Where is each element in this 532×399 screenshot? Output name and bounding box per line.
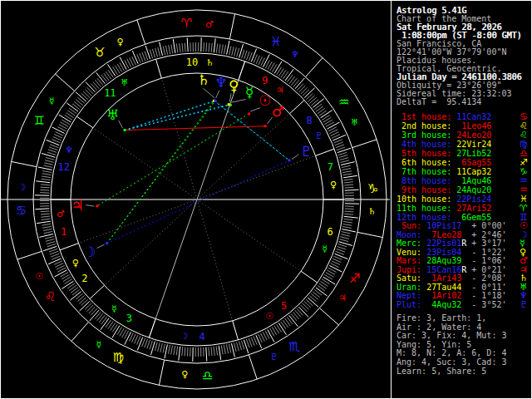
planet-pointer-saturn xyxy=(203,88,214,98)
degree-tick xyxy=(145,339,148,347)
sign-glyph-capricorn-icon: ♑ xyxy=(367,181,378,196)
degree-tick xyxy=(42,179,51,180)
degree-tick xyxy=(176,347,178,356)
house-ring-divider xyxy=(301,271,318,283)
aspect-opposition-moon-pluto xyxy=(107,160,289,244)
aspect-sextile-uranus-neptune xyxy=(125,101,215,131)
degree-tick xyxy=(160,42,163,56)
degree-tick xyxy=(163,344,165,353)
planet-pointer-moon xyxy=(97,244,105,248)
degree-tick xyxy=(81,93,88,100)
degree-tick xyxy=(211,43,212,52)
degree-tick xyxy=(244,51,248,59)
house-cusp-value: 24Aqu20 xyxy=(456,185,491,195)
house-ring-divider xyxy=(149,319,155,338)
planet-row: Nept: 1Ari02 - 1°18'♆ xyxy=(397,292,506,300)
degree-tick xyxy=(101,75,107,82)
aspect-trine-sun-jupiter xyxy=(97,114,249,206)
degree-tick xyxy=(179,347,180,361)
degree-tick xyxy=(224,345,225,354)
house-ring-divider xyxy=(290,100,305,113)
degree-tick xyxy=(239,342,242,351)
house-cusp-line-4 xyxy=(149,200,197,337)
stat-line-text: Car: 3, Fix: 4, Mut: 3 xyxy=(397,331,506,340)
degree-tick xyxy=(336,251,344,254)
house-ring-divider xyxy=(76,116,93,128)
planet-velocity: + 3°17' xyxy=(466,239,506,248)
sign-glyph-scorpio-icon: ♏ xyxy=(288,339,300,354)
house-number-1: 1 xyxy=(61,226,66,238)
planet-velocity: - 3°52' xyxy=(466,300,506,309)
degree-tick xyxy=(337,249,345,253)
degree-tick xyxy=(38,167,52,170)
degree-tick xyxy=(45,160,54,163)
degree-tick xyxy=(246,339,249,347)
planet-label: Mars: xyxy=(397,256,426,265)
house-cusp-line-8 xyxy=(197,149,334,200)
degree-tick xyxy=(237,342,239,352)
degree-tick xyxy=(323,277,336,284)
degree-tick xyxy=(311,293,318,299)
planet-velocity: - 1°18' xyxy=(466,291,506,300)
degree-tick xyxy=(83,91,90,98)
degree-tick xyxy=(211,347,212,356)
degree-tick xyxy=(41,211,50,212)
degree-tick xyxy=(249,338,252,347)
planet-pointer-mercury xyxy=(231,100,245,103)
degree-tick xyxy=(165,344,167,358)
degree-tick xyxy=(182,43,183,52)
house-cusp-value: 22Vir24 xyxy=(456,140,491,149)
house-number-2: 2 xyxy=(81,273,87,284)
degree-tick xyxy=(97,313,103,321)
degree-tick xyxy=(44,231,53,233)
degree-tick xyxy=(234,47,237,57)
planet-row: Plut: 4Aqu32 - 3°52'♇ xyxy=(397,301,506,309)
wheel-svg: ♈♂♉♀♊☿♋☽♌☉♍☿♎♀♏♇♐♃♑♄♒♅♓♆1♂2♀3☿4☽5☉6☿7♀8♇… xyxy=(0,0,391,399)
house-12-ruler-icon: ♆ xyxy=(65,145,73,155)
sign-divider xyxy=(71,322,89,341)
degree-tick xyxy=(79,298,86,303)
house-cusp-line-6 xyxy=(197,200,318,283)
degree-tick xyxy=(50,145,58,148)
house-label: 9th house: xyxy=(397,185,456,195)
sign-ruler-virgo-icon: ☿ xyxy=(96,339,102,350)
degree-tick xyxy=(338,244,347,247)
house-cusp-value: 11Cap32 xyxy=(456,167,491,176)
sign-glyph-aquarius-icon: ♒ xyxy=(338,95,349,110)
degree-tick xyxy=(77,296,84,302)
degree-tick xyxy=(318,108,325,113)
degree-tick xyxy=(55,270,67,277)
degree-tick xyxy=(185,43,185,52)
astrolog-window: ♈♂♉♀♊☿♋☽♌☉♍☿♎♀♏♇♐♃♑♄♒♅♓♆1♂2♀3☿4☽5☉6☿7♀8♇… xyxy=(0,0,532,399)
degree-tick xyxy=(47,242,56,244)
sign-divider xyxy=(319,308,338,326)
planet-row: Merc: 22Pis01R + 3°17'☿ xyxy=(397,239,506,248)
degree-tick xyxy=(41,214,50,214)
degree-tick xyxy=(93,81,99,88)
house-cusp-value: 22Pis24 xyxy=(456,195,491,204)
degree-tick xyxy=(337,147,345,150)
sign-ruler-scorpio-icon: ♇ xyxy=(269,352,278,362)
planet-degree-dot-jupiter xyxy=(96,204,98,207)
degree-tick xyxy=(345,190,359,190)
sign-ruler-aquarius-icon: ♅ xyxy=(351,117,359,128)
degree-tick xyxy=(47,244,56,246)
house-cusp-value: 11Can32 xyxy=(456,112,491,121)
house-row: 10th house: 22Pis24♓ xyxy=(397,195,491,204)
degree-tick xyxy=(335,254,348,259)
house-row: 9th house: 24Aqu20♒ xyxy=(397,186,491,195)
sign-divider xyxy=(249,355,257,379)
house-label: 7th house: xyxy=(397,167,456,176)
degree-tick xyxy=(140,53,143,62)
stat-line: Ang: 4, Suc: 3, Cad: 3 xyxy=(397,358,506,367)
degree-tick xyxy=(45,237,54,239)
degree-tick xyxy=(343,224,352,226)
degree-tick xyxy=(342,171,352,173)
degree-tick xyxy=(209,43,209,52)
sign-ruler-leo-icon: ☉ xyxy=(35,271,43,282)
degree-tick xyxy=(35,209,49,209)
degree-tick xyxy=(340,239,349,242)
degree-tick xyxy=(165,46,167,55)
degree-tick xyxy=(169,45,170,54)
planet-degree-dot-sun xyxy=(248,113,250,116)
